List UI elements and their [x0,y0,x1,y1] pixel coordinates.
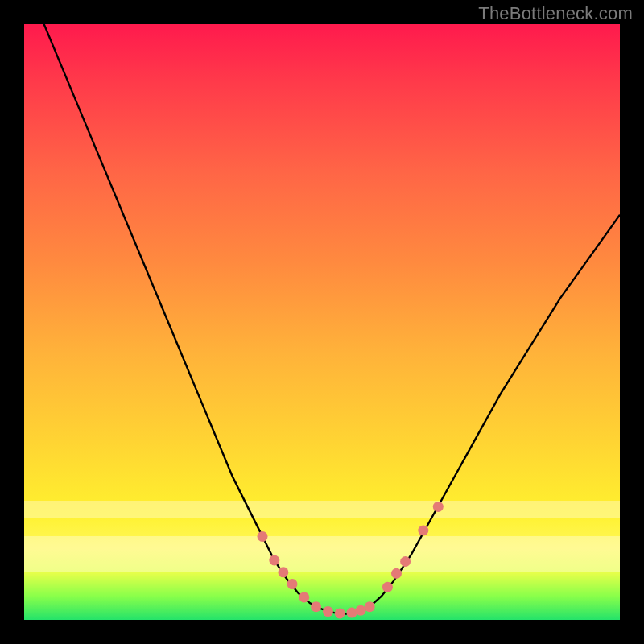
highlight-dot [391,568,402,579]
highlight-dot [433,502,444,512]
highlight-dot [278,567,288,577]
highlight-dot [258,531,268,542]
highlight-dot [287,579,298,589]
bottleneck-curve-path [24,0,620,614]
watermark-text: TheBottleneck.com [478,3,633,24]
highlight-dot [400,556,411,567]
highlight-dot [347,608,357,618]
highlight-dot [323,606,333,617]
chart-svg [24,24,620,620]
highlight-dot [418,526,428,536]
highlight-dot [382,582,393,592]
highlight-dot [299,592,309,602]
highlight-dot [365,601,375,612]
marker-group [258,502,444,619]
plot-area [24,24,620,620]
highlight-dot [356,605,366,616]
highlight-dot [269,555,279,566]
outer-frame: TheBottleneck.com [0,0,644,644]
highlight-dot [335,608,345,618]
highlight-dot [311,601,321,612]
